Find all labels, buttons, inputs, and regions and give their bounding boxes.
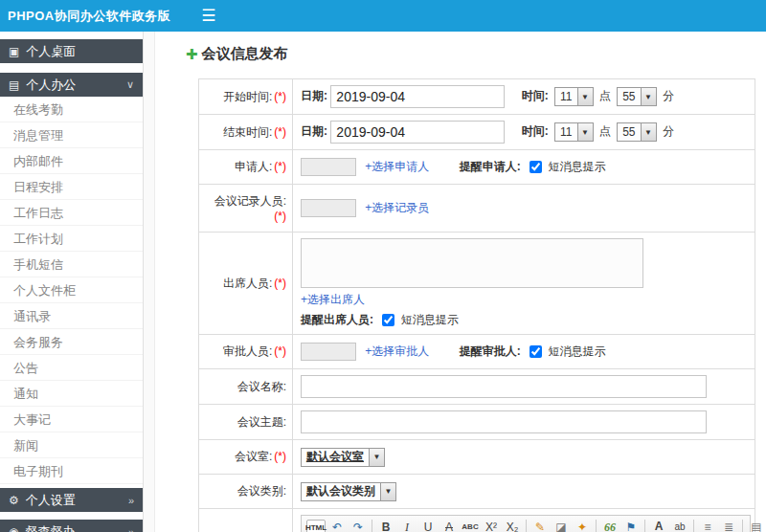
sidebar-item-personal-desktop[interactable]: ▣ 个人桌面 <box>0 39 143 63</box>
sms-label: 短消息提示 <box>548 160 605 173</box>
sidebar-item-personal-settings[interactable]: ⚙ 个人设置 » <box>0 488 143 512</box>
choose-approver-link[interactable]: +选择审批人 <box>365 344 429 358</box>
sidebar-item-attendance[interactable]: 在线考勤 <box>0 97 143 122</box>
meeting-category-select[interactable]: 默认会议类别▼ <box>301 482 396 501</box>
end-hour-select[interactable]: 11▼ <box>554 122 593 142</box>
ordered-list-icon[interactable]: ≡ <box>698 518 717 532</box>
eraser-icon[interactable]: ◪ <box>552 518 571 532</box>
meeting-category-label: 会议类别: <box>199 475 293 509</box>
office-icon: ▤ <box>9 78 19 92</box>
clear-style-icon[interactable]: ✦ <box>573 518 592 532</box>
sidebar-item-schedule[interactable]: 日程安排 <box>0 174 143 200</box>
highlight-color-icon[interactable]: ab <box>670 520 689 532</box>
minute-unit: 分 <box>663 124 674 138</box>
start-date-input[interactable] <box>330 85 505 108</box>
superscript-icon[interactable]: X² <box>482 518 501 532</box>
attendees-sms-checkbox[interactable] <box>382 314 394 326</box>
sidebar-item-work-log[interactable]: 工作日志 <box>0 200 143 226</box>
sidebar-item-notice[interactable]: 通知 <box>0 381 143 407</box>
page-break-icon[interactable]: ▤ <box>747 518 766 532</box>
recorder-input[interactable] <box>301 199 356 217</box>
sidebar-item-work-plan[interactable]: 工作计划 <box>0 226 143 252</box>
sidebar-item-sms[interactable]: 手机短信 <box>0 252 143 277</box>
remind-attendees-label: 提醒出席人员: <box>301 313 373 326</box>
end-time-label: 结束时间:(*) <box>199 115 293 150</box>
remind-applicant-label: 提醒申请人: <box>460 160 521 173</box>
start-minute-select[interactable]: 55▼ <box>617 87 656 106</box>
sidebar-item-label: 个人办公 <box>26 77 76 94</box>
sidebar-item-news[interactable]: 新闻 <box>0 432 143 458</box>
toolbar-separator <box>693 520 694 532</box>
sidebar-item-e-journal[interactable]: 电子期刊 <box>0 458 143 484</box>
subscript-icon[interactable]: X₂ <box>503 518 522 532</box>
meeting-topic-label: 会议主题: <box>199 405 293 440</box>
form-row-end-time: 结束时间:(*) 日期: 时间: 11▼ 点 55▼ 分 <box>199 115 755 150</box>
start-hour-select[interactable]: 11▼ <box>554 87 593 106</box>
html-source-icon[interactable]: HTML <box>306 520 326 532</box>
meeting-room-label: 会议室:(*) <box>199 440 293 475</box>
rich-text-editor[interactable]: HTML ↶ ↷ B I U A ABC X² X₂ ✎ <box>301 515 751 532</box>
sidebar-item-internal-mail[interactable]: 内部邮件 <box>0 148 143 174</box>
sidebar-item-announcement[interactable]: 公告 <box>0 355 143 381</box>
hamburger-menu-icon[interactable]: ☰ <box>201 8 215 24</box>
underline-icon[interactable]: U <box>418 518 438 532</box>
app-title: PHPOA协同办公软件政务版 <box>0 8 170 25</box>
chevron-down-icon: ▼ <box>380 483 395 500</box>
sidebar-item-events[interactable]: 大事记 <box>0 407 143 432</box>
choose-applicant-link[interactable]: +选择申请人 <box>365 160 429 173</box>
end-date-input[interactable] <box>330 121 505 144</box>
sidebar-office-submenu: 在线考勤 消息管理 内部邮件 日程安排 工作日志 工作计划 手机短信 个人文件柜… <box>0 97 143 484</box>
choose-recorder-link[interactable]: +选择记录员 <box>365 201 429 214</box>
approver-input[interactable] <box>301 343 356 361</box>
sidebar-item-personal-office[interactable]: ▤ 个人办公 ∨ <box>0 73 143 97</box>
meeting-room-select[interactable]: 默认会议室▼ <box>301 448 385 467</box>
unordered-list-icon[interactable]: ≣ <box>719 518 738 532</box>
attendees-textarea[interactable] <box>301 238 643 288</box>
approver-sms-checkbox[interactable] <box>529 345 542 358</box>
meeting-topic-input[interactable] <box>301 410 707 433</box>
format-painter-icon[interactable]: ✎ <box>530 518 550 532</box>
sidebar-item-supervision[interactable]: ◉ 督查督办 » <box>0 520 143 532</box>
form-row-meeting-name: 会议名称: <box>199 369 755 405</box>
font-color-icon[interactable]: A <box>649 520 668 532</box>
hour-unit: 点 <box>599 124 611 138</box>
paste-icon[interactable]: ⚑ <box>621 518 641 532</box>
blockquote-icon[interactable]: 66 <box>600 518 620 532</box>
editor-toolbar-row1: HTML ↶ ↷ B I U A ABC X² X₂ ✎ <box>302 516 750 532</box>
form-row-content-editor: HTML ↶ ↷ B I U A ABC X² X₂ ✎ <box>199 509 755 532</box>
spellcheck-icon[interactable]: ABC <box>461 521 480 532</box>
page-title-text: 会议信息发布 <box>202 45 288 63</box>
toolbar-separator <box>372 520 372 532</box>
editor-label-cell <box>199 509 293 532</box>
toolbar-separator <box>644 520 645 532</box>
form-row-meeting-room: 会议室:(*) 默认会议室▼ <box>199 440 755 475</box>
chevron-down-icon: ▼ <box>577 88 593 105</box>
bold-icon[interactable]: B <box>376 518 395 532</box>
strikethrough-icon[interactable]: A <box>439 518 459 532</box>
sidebar-item-file-cabinet[interactable]: 个人文件柜 <box>0 277 143 303</box>
italic-icon[interactable]: I <box>397 518 417 532</box>
choose-attendees-link[interactable]: +选择出席人 <box>301 293 365 306</box>
topbar: PHPOA协同办公软件政务版 ☰ <box>0 0 766 32</box>
chevron-down-icon: ▼ <box>577 123 593 141</box>
date-label: 日期: <box>301 89 327 102</box>
form-row-attendees: 出席人员:(*) +选择出席人 提醒出席人员: 短消息提示 <box>199 233 755 335</box>
sms-label: 短消息提示 <box>548 344 605 358</box>
redo-icon[interactable]: ↷ <box>349 518 368 532</box>
undo-icon[interactable]: ↶ <box>327 518 347 532</box>
meeting-name-input[interactable] <box>301 375 707 398</box>
sidebar-item-meeting-service[interactable]: 会务服务 <box>0 329 143 355</box>
sidebar-item-contacts[interactable]: 通讯录 <box>0 303 143 329</box>
sidebar-item-messages[interactable]: 消息管理 <box>0 122 143 148</box>
date-label: 日期: <box>301 124 327 138</box>
applicant-input[interactable] <box>301 158 356 176</box>
meeting-form: 开始时间:(*) 日期: 时间: 11▼ 点 55▼ 分 结束时间:(* <box>198 78 755 532</box>
recorder-label: 会议记录人员:(*) <box>199 185 293 233</box>
end-minute-select[interactable]: 55▼ <box>617 122 656 142</box>
applicant-sms-checkbox[interactable] <box>529 161 542 173</box>
add-icon: ✚ <box>186 46 198 63</box>
chevron-right-icon: » <box>128 526 134 532</box>
chevron-down-icon: ▼ <box>369 449 384 466</box>
sidebar-item-label: 督查督办 <box>25 523 75 532</box>
sidebar-scrollbar[interactable] <box>144 32 155 532</box>
